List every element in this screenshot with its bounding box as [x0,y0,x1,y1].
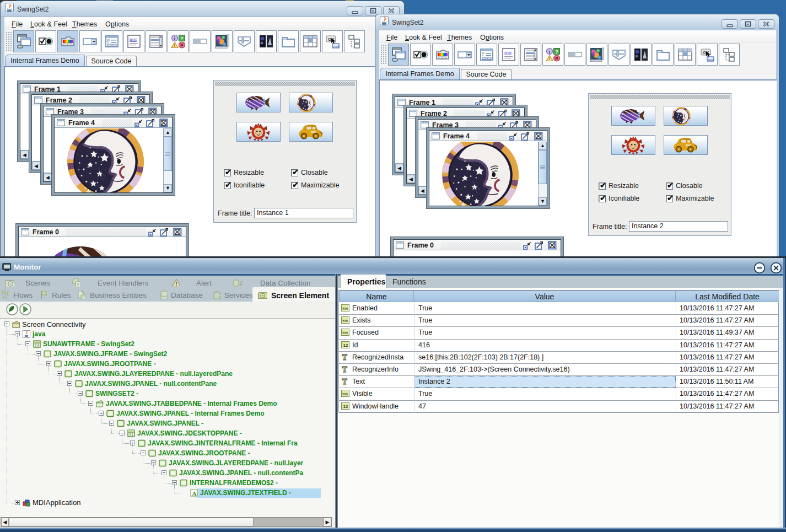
svg-text:i: i [174,36,176,41]
svg-text:!: ! [549,56,551,61]
svg-text:Y/N: Y/N [342,307,348,310]
svg-text:?: ? [555,49,558,55]
svg-text:i: i [549,49,551,55]
svg-text:Y/N: Y/N [342,393,348,396]
svg-text:A: A [192,490,196,497]
svg-text:T: T [342,378,348,385]
svg-text:text: text [130,36,137,42]
svg-text:12: 12 [343,343,348,348]
svg-text:?: ? [180,35,184,41]
svg-text:12: 12 [343,404,348,409]
svg-text:text: text [504,50,512,55]
svg-text:toolbp: toolbp [333,45,340,48]
svg-text:toolbp: toolbp [708,58,715,61]
svg-text:T: T [342,366,348,373]
svg-text:Y/N: Y/N [342,331,348,335]
svg-text:Y/N: Y/N [342,319,348,323]
svg-text:!: ! [174,43,176,48]
svg-text:T: T [342,353,348,361]
